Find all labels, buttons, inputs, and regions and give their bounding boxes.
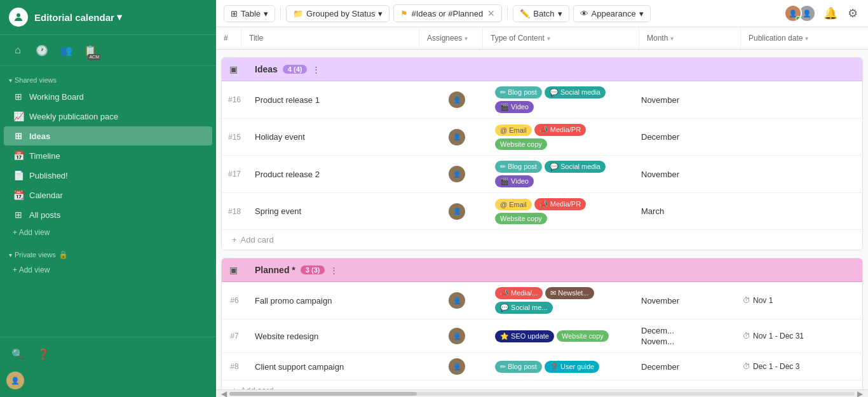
add-private-view-btn[interactable]: + Add view [4,262,212,278]
sidebar-item-ideas[interactable]: ⊞ Ideas [4,126,212,145]
col-header-type-of-content[interactable]: Type of Content ▾ [483,27,639,49]
sidebar-icon-clock[interactable]: 🕐 [31,39,53,62]
row-assignee[interactable]: 👤 [425,287,489,314]
tag-social-me[interactable]: 💬 Social me... [495,302,553,314]
appearance-btn[interactable]: 👁 Appearance ▾ [573,5,651,22]
table-row: #16 Product release 1 👤 ✏ Blog post 💬 So… [222,81,862,119]
row-assignee[interactable]: 👤 [425,86,489,113]
settings-icon[interactable]: ⚙ [845,4,860,23]
sidebar-icon-help[interactable]: ❓ [32,342,55,365]
toolbar-right: 👤 👤 🔔 ⚙ [784,4,860,23]
add-shared-view-btn[interactable]: + Add view [4,225,212,240]
dropdown-arrow: ▾ [558,9,562,18]
row-title[interactable]: Fall promo campaign [247,290,425,312]
tag-seo-update[interactable]: ⭐ SEO update [495,330,554,342]
tag-blog-post[interactable]: ✏ Blog post [495,86,542,98]
row-pubdate [735,168,862,180]
scroll-track[interactable] [229,392,855,396]
horizontal-scrollbar[interactable]: ◀ ▶ [216,389,868,397]
sidebar-item-timeline[interactable]: 📅 Timeline [4,146,212,165]
plus-icon: + [232,235,237,245]
tag-website-copy[interactable]: Website copy [557,330,609,342]
row-num: #18 [222,201,247,222]
sidebar-icon-search[interactable]: 🔍 [6,342,29,365]
row-month: December [634,126,735,148]
tag-newsletter[interactable]: ✉ Newslet... [545,287,593,299]
planned-collapse-cell[interactable]: ▣ [222,259,247,281]
tag-social-media[interactable]: 💬 Social media [545,86,606,98]
planned-collapse-icon[interactable]: ▣ [229,265,238,275]
tag-email[interactable]: @ Email [495,124,532,136]
row-pubdate [735,131,862,144]
row-title[interactable]: Website redesign [247,325,425,347]
ideas-collapse-cell[interactable]: ▣ [222,58,247,81]
col-header-assignees[interactable]: Assignees ▾ [419,27,483,49]
ideas-collapse-icon[interactable]: ▣ [229,64,238,74]
tag-media-slash[interactable]: 📣 Media/... [495,287,543,299]
row-tags: @ Email 📣 Media/PR Website copy [489,193,634,229]
row-title[interactable]: Client support campaign [247,356,425,378]
published-icon: 📄 [13,170,24,180]
row-tags: ✏ Blog post ❓ User guide [489,356,634,378]
table-row: #7 Website redesign 👤 ⭐ SEO update Websi… [222,320,862,353]
sidebar-icon-group[interactable]: 👥 [55,39,78,62]
row-assignee[interactable]: 👤 [425,353,489,380]
tag-email[interactable]: @ Email [495,199,532,210]
eye-icon: 👁 [580,9,588,18]
row-title[interactable]: Spring event [247,200,425,222]
user-profile-area[interactable]: 👤 [6,369,210,392]
app-title[interactable]: Editorial calendar ▾ [34,11,122,23]
notifications-icon[interactable]: 🔔 [821,4,840,23]
planned-group-menu-icon[interactable]: ⋮ [330,266,338,275]
app-logo[interactable] [9,8,28,27]
tag-video[interactable]: 🎬 Video [495,101,534,113]
row-month: November [634,290,735,312]
tag-blog-post[interactable]: ✏ Blog post [495,161,542,173]
sidebar-item-calendar[interactable]: 📆 Calendar [4,185,212,205]
row-assignee[interactable]: 👤 [425,124,489,151]
col-header-publication-date[interactable]: Publication date ▾ [741,27,868,49]
tag-website-copy[interactable]: Website copy [495,138,547,150]
filter-chip[interactable]: ⚑ #Ideas or #Planned ✕ [393,4,502,22]
col-header-month[interactable]: Month ▾ [639,27,741,49]
scroll-left-arrow[interactable]: ◀ [219,389,229,398]
tag-media-pr[interactable]: 📣 Media/PR [534,198,586,210]
planned-add-card-btn[interactable]: + Add card [222,380,862,389]
grouped-by-status-btn[interactable]: 📁 Grouped by Status ▾ [286,5,390,22]
ideas-add-card-btn[interactable]: + Add card [222,230,862,250]
tag-user-guide[interactable]: ❓ User guide [545,361,599,373]
sidebar-item-all-posts[interactable]: ⊞ All posts [4,205,212,224]
timeline-icon: 📅 [13,151,24,161]
sidebar-item-working-board[interactable]: ⊞ Working Board [4,87,212,106]
tag-social-media[interactable]: 💬 Social media [545,161,606,173]
row-assignee[interactable]: 👤 [425,161,489,187]
row-title[interactable]: Product release 1 [247,89,425,111]
filter-close-btn[interactable]: ✕ [487,8,495,18]
tag-website-copy[interactable]: Website copy [495,213,547,224]
row-assignee[interactable]: 👤 [425,198,489,225]
table-view-btn[interactable]: ⊞ Table ▾ [224,5,275,22]
tag-media-pr[interactable]: 📣 Media/PR [534,124,586,136]
sidebar-icon-home[interactable]: ⌂ [6,39,29,62]
row-tags: @ Email 📣 Media/PR Website copy [489,119,634,155]
sidebar-icon-acm[interactable]: 📋 ACM [79,39,102,62]
row-title[interactable]: Product release 2 [247,163,425,185]
ideas-group-menu-icon[interactable]: ⋮ [312,65,320,74]
shared-views-section[interactable]: ▾ Shared views [0,71,216,86]
assignee-avatar: 👤 [449,203,465,220]
avatar-user-1[interactable]: 👤 [784,4,802,22]
scroll-right-arrow[interactable]: ▶ [855,389,865,398]
private-views-section[interactable]: ▾ Private views 🔒 [0,245,216,262]
row-tags: ⭐ SEO update Website copy [489,325,634,347]
tag-video[interactable]: 🎬 Video [495,175,534,187]
row-assignee[interactable]: 👤 [425,323,489,349]
filter-icon: ⚑ [400,9,408,18]
dropdown-arrow: ▾ [639,9,644,18]
scroll-thumb[interactable] [229,392,417,396]
row-title[interactable]: Holiday event [247,126,425,148]
batch-btn[interactable]: ✏️ Batch ▾ [513,5,569,22]
sidebar-item-weekly-pace[interactable]: 📈 Weekly publication pace [4,107,212,126]
tag-blog-post[interactable]: ✏ Blog post [495,361,542,373]
sidebar-item-published[interactable]: 📄 Published! [4,166,212,185]
table-row: #17 Product release 2 👤 ✏ Blog post 💬 So… [222,156,862,193]
